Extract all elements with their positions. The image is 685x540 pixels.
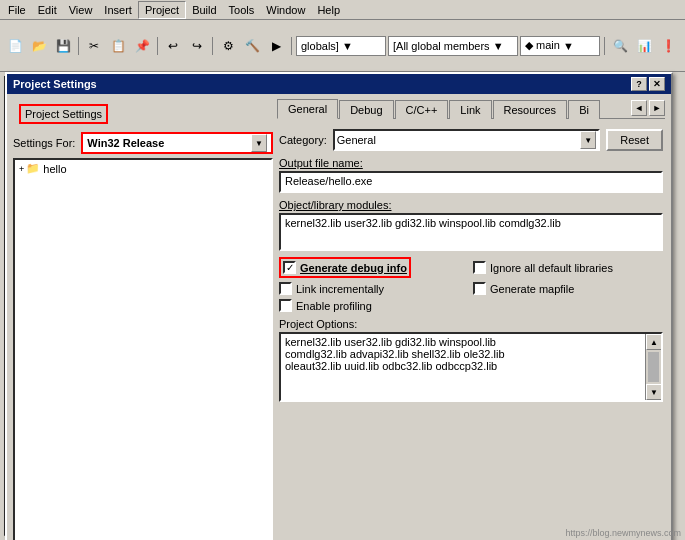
object-library-section: Object/library modules: kernel32.lib use… xyxy=(279,199,663,251)
generate-mapfile-row: Generate mapfile xyxy=(473,282,663,295)
category-row: Category: General ▼ Reset xyxy=(279,129,663,151)
checkboxes-grid: Generate debug info Ignore all default l… xyxy=(279,257,663,312)
tab-link[interactable]: Link xyxy=(449,100,491,119)
tab-nav: ◄ ► xyxy=(631,100,665,118)
dialog-title-btns: ? ✕ xyxy=(631,77,665,91)
menu-window[interactable]: Window xyxy=(260,2,311,18)
generate-debug-info-container: Generate debug info xyxy=(279,257,469,278)
sep3 xyxy=(212,37,213,55)
paste-btn[interactable]: 📌 xyxy=(131,35,153,57)
scroll-up-btn[interactable]: ▲ xyxy=(646,334,662,350)
scrollbar: ▲ ▼ xyxy=(645,334,661,400)
new-btn[interactable]: 📄 xyxy=(4,35,26,57)
ignore-libs-checkbox[interactable] xyxy=(473,261,486,274)
reset-button[interactable]: Reset xyxy=(606,129,663,151)
toolbar: 📄 📂 💾 ✂ 📋 📌 ↩ ↪ ⚙ 🔨 ▶ globals] ▼ [All gl… xyxy=(0,20,685,72)
generate-debug-highlight: Generate debug info xyxy=(279,257,411,278)
generate-debug-checkbox[interactable] xyxy=(283,261,296,274)
project-options-area[interactable]: kernel32.lib user32.lib gdi32.lib winspo… xyxy=(279,332,663,402)
menu-tools[interactable]: Tools xyxy=(223,2,261,18)
save-btn[interactable]: 💾 xyxy=(52,35,74,57)
expand-icon: + xyxy=(19,164,24,174)
dialog-titlebar: Project Settings ? ✕ xyxy=(7,74,671,94)
menu-file[interactable]: File xyxy=(2,2,32,18)
tab-general[interactable]: General xyxy=(277,99,338,119)
tab-prev-btn[interactable]: ◄ xyxy=(631,100,647,116)
link-incremental-checkbox[interactable] xyxy=(279,282,292,295)
build-btn[interactable]: 🔨 xyxy=(241,35,263,57)
dialog-left-column: Project Settings Settings For: Win32 Rel… xyxy=(13,98,273,540)
output-file-label: Output file name: xyxy=(279,157,363,169)
settings-for-dropdown[interactable]: Win32 Release ▼ xyxy=(81,132,273,154)
project-options-section: Project Options: kernel32.lib user32.lib… xyxy=(279,318,663,402)
menubar: File Edit View Insert Project Build Tool… xyxy=(0,0,685,20)
sep4 xyxy=(291,37,292,55)
category-select[interactable]: General ▼ xyxy=(333,129,601,151)
enable-profiling-row: Enable profiling xyxy=(279,299,469,312)
sep1 xyxy=(78,37,79,55)
ignore-libs-row: Ignore all default libraries xyxy=(473,257,663,278)
redo-btn[interactable]: ↪ xyxy=(186,35,208,57)
generate-mapfile-checkbox[interactable] xyxy=(473,282,486,295)
category-arrow[interactable]: ▼ xyxy=(580,131,596,149)
menu-insert[interactable]: Insert xyxy=(98,2,138,18)
link-incremental-label: Link incrementally xyxy=(296,283,384,295)
ignore-libs-label: Ignore all default libraries xyxy=(490,262,613,274)
dialog-overlay: Project Settings ? ✕ Project Settings xyxy=(0,72,685,540)
output-file-input[interactable]: Release/hello.exe xyxy=(279,171,663,193)
tree-root[interactable]: + 📁 hello xyxy=(15,160,271,177)
copy-btn[interactable]: 📋 xyxy=(107,35,129,57)
settings-for-arrow[interactable]: ▼ xyxy=(251,134,267,152)
object-library-label: Object/library modules: xyxy=(279,199,392,211)
run-btn[interactable]: ▶ xyxy=(265,35,287,57)
sep5 xyxy=(604,37,605,55)
project-options-text: kernel32.lib user32.lib gdi32.lib winspo… xyxy=(285,336,657,372)
scroll-down-btn[interactable]: ▼ xyxy=(646,384,662,400)
watermark: https://blog.newmynews.com xyxy=(561,526,685,540)
project-settings-dialog: Project Settings ? ✕ Project Settings xyxy=(5,72,673,540)
enable-profiling-label: Enable profiling xyxy=(296,300,372,312)
menu-help[interactable]: Help xyxy=(311,2,346,18)
generate-mapfile-label: Generate mapfile xyxy=(490,283,574,295)
tab-next-btn[interactable]: ► xyxy=(649,100,665,116)
menu-project[interactable]: Project xyxy=(138,1,186,19)
tab-bi[interactable]: Bi xyxy=(568,100,600,119)
cut-btn[interactable]: ✂ xyxy=(83,35,105,57)
tab-content: Category: General ▼ Reset Output file na… xyxy=(277,123,665,540)
tab-debug[interactable]: Debug xyxy=(339,100,393,119)
project-options-label: Project Options: xyxy=(279,318,357,330)
extra-btn2[interactable]: 📊 xyxy=(633,35,655,57)
scrollbar-thumb[interactable] xyxy=(648,352,659,382)
dialog-body: Project Settings Settings For: Win32 Rel… xyxy=(7,94,671,540)
project-tree: + 📁 hello xyxy=(13,158,273,540)
menu-edit[interactable]: Edit xyxy=(32,2,63,18)
members-dropdown[interactable]: [All global members ▼ xyxy=(388,36,518,56)
settings-for-label: Settings For: xyxy=(13,137,75,149)
undo-btn[interactable]: ↩ xyxy=(162,35,184,57)
extra-btn1[interactable]: 🔍 xyxy=(609,35,631,57)
settings-for-row: Settings For: Win32 Release ▼ xyxy=(13,132,273,154)
extra-btn3[interactable]: ❗ xyxy=(657,35,679,57)
globals-dropdown[interactable]: globals] ▼ xyxy=(296,36,386,56)
project-settings-label: Project Settings xyxy=(19,104,108,124)
output-file-section: Output file name: Release/hello.exe xyxy=(279,157,663,193)
dialog-right-column: General Debug C/C++ Link Resources Bi ◄ … xyxy=(277,98,665,540)
dialog-title: Project Settings xyxy=(13,78,97,90)
ide-body: ClassView Project Settings ? ✕ Pr xyxy=(0,72,685,540)
enable-profiling-checkbox[interactable] xyxy=(279,299,292,312)
sep2 xyxy=(157,37,158,55)
tab-cpp[interactable]: C/C++ xyxy=(395,100,449,119)
menu-build[interactable]: Build xyxy=(186,2,222,18)
category-label: Category: xyxy=(279,134,327,146)
menu-view[interactable]: View xyxy=(63,2,99,18)
link-incremental-row: Link incrementally xyxy=(279,282,469,295)
main-dropdown[interactable]: ◆ main ▼ xyxy=(520,36,600,56)
open-btn[interactable]: 📂 xyxy=(28,35,50,57)
compile-btn[interactable]: ⚙ xyxy=(217,35,239,57)
object-library-input[interactable]: kernel32.lib user32.lib gdi32.lib winspo… xyxy=(279,213,663,251)
help-button[interactable]: ? xyxy=(631,77,647,91)
close-button[interactable]: ✕ xyxy=(649,77,665,91)
tabs-row: General Debug C/C++ Link Resources Bi ◄ … xyxy=(277,98,665,119)
generate-debug-label: Generate debug info xyxy=(300,262,407,274)
tab-resources[interactable]: Resources xyxy=(493,100,568,119)
